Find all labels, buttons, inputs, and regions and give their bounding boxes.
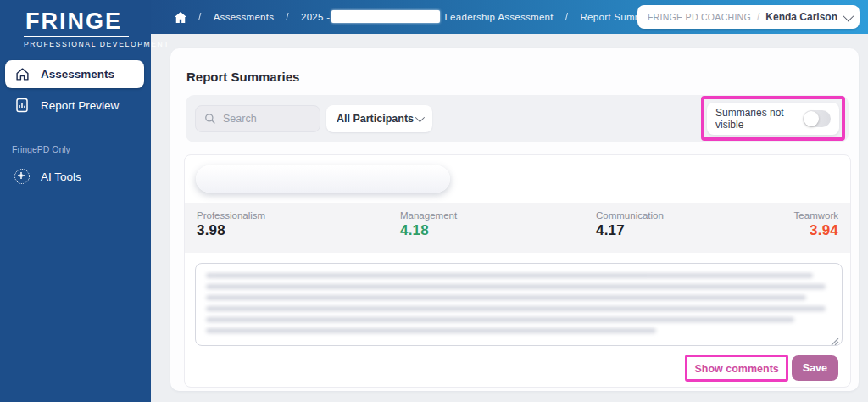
account-menu[interactable]: FRINGE PD COACHING / Kenda Carlson	[637, 5, 860, 29]
score-communication: Communication 4.17	[596, 210, 794, 253]
score-label: Professionalism	[197, 210, 400, 221]
home-icon	[14, 66, 31, 83]
search-input[interactable]: Search	[195, 105, 320, 132]
redacted-text-line	[206, 295, 806, 300]
sidebar: FRINGE PROFESSIONAL DEVELOPMENT Assessme…	[0, 0, 151, 402]
logo-subtitle: PROFESSIONAL DEVELOPMENT	[24, 40, 151, 48]
score-value: 3.98	[197, 222, 400, 239]
breadcrumb-assessment-name[interactable]: 2025 -Leadership Assessment	[301, 10, 554, 25]
annotation-highlight-toggle: Summaries not visible	[701, 96, 845, 141]
score-value: 4.18	[400, 222, 596, 239]
account-org-label: FRINGE PD COACHING	[648, 12, 751, 22]
participants-filter-value: All Participants	[337, 113, 414, 125]
account-user-name: Kenda Carlson	[765, 11, 837, 23]
chevron-down-icon	[415, 113, 425, 122]
scores-row: Professionalism 3.98 Management 4.18 Com…	[185, 203, 850, 253]
summaries-visibility-toggle[interactable]	[803, 110, 831, 127]
redacted-text-line	[206, 273, 813, 278]
redacted-text-line	[206, 284, 826, 289]
sidebar-section-fringepd-only: FringePD Only	[12, 144, 151, 154]
score-label: Teamwork	[794, 210, 838, 221]
summaries-visibility-control: Summaries not visible	[707, 103, 839, 135]
account-separator: /	[757, 11, 760, 23]
score-label: Communication	[596, 210, 794, 221]
main-area: Report Summaries Search All Participants…	[151, 34, 868, 402]
annotation-highlight-show-comments: Show comments	[685, 355, 787, 382]
redacted-text-line	[206, 328, 656, 333]
score-label: Management	[400, 210, 596, 221]
participants-filter-dropdown[interactable]: All Participants	[326, 105, 432, 132]
score-professionalism: Professionalism 3.98	[197, 210, 400, 253]
redacted-text-line	[206, 306, 826, 311]
sidebar-item-label: AI Tools	[41, 170, 81, 183]
toggle-label: Summaries not visible	[715, 107, 803, 131]
report-summaries-card: Report Summaries Search All Participants…	[170, 48, 859, 391]
search-icon	[204, 113, 216, 125]
report-icon	[14, 97, 31, 114]
breadcrumb-assessment-suffix: Leadership Assessment	[444, 11, 553, 21]
summary-textarea[interactable]	[195, 263, 843, 346]
breadcrumb-separator: /	[198, 11, 202, 23]
participant-name-redacted	[196, 165, 450, 193]
breadcrumb-assessment-prefix: 2025 -	[301, 11, 330, 21]
save-button[interactable]: Save	[792, 355, 838, 381]
toggle-knob	[804, 111, 819, 126]
page-title: Report Summaries	[186, 70, 299, 84]
show-comments-button[interactable]: Show comments	[694, 363, 778, 375]
score-teamwork: Teamwork 3.94	[794, 210, 838, 253]
sidebar-item-label: Report Preview	[41, 99, 119, 112]
participant-name-row	[185, 155, 850, 203]
sidebar-item-report-preview[interactable]: Report Preview	[5, 92, 144, 119]
score-management: Management 4.18	[400, 210, 596, 253]
breadcrumb: / Assessments / 2025 -Leadership Assessm…	[175, 10, 665, 25]
breadcrumb-home-icon[interactable]	[175, 12, 186, 23]
redacted-assessment-name	[331, 10, 440, 23]
sidebar-item-assessments[interactable]: Assessments	[5, 60, 144, 88]
resize-grip-icon[interactable]	[831, 334, 839, 343]
sidebar-item-label: Assessments	[41, 68, 114, 81]
logo-title: FRINGE	[24, 8, 129, 37]
breadcrumb-assessments[interactable]: Assessments	[214, 12, 275, 22]
breadcrumb-separator: /	[286, 11, 289, 23]
score-value: 3.94	[794, 222, 838, 239]
top-header: / Assessments / 2025 -Leadership Assessm…	[151, 0, 868, 34]
chevron-down-icon	[843, 10, 854, 21]
breadcrumb-separator: /	[565, 11, 569, 23]
sidebar-item-ai-tools[interactable]: AI Tools	[5, 163, 144, 190]
participant-summary-card: Professionalism 3.98 Management 4.18 Com…	[184, 154, 851, 388]
ai-tools-icon	[14, 168, 31, 185]
card-actions: Show comments Save	[685, 355, 838, 382]
redacted-text-line	[206, 317, 794, 322]
score-value: 4.17	[596, 222, 794, 239]
search-placeholder: Search	[223, 113, 257, 125]
fringe-logo: FRINGE PROFESSIONAL DEVELOPMENT	[0, 0, 151, 48]
filter-bar: Search All Participants Summaries not vi…	[186, 95, 849, 142]
